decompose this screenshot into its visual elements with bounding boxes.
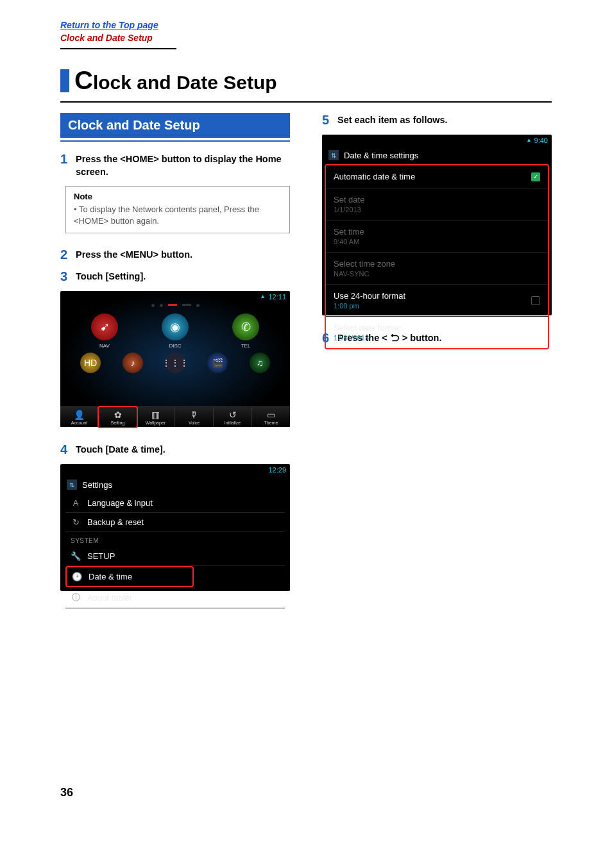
clock-icon: 🕑: [72, 572, 82, 581]
set-date-row[interactable]: Set date 1/1/2013: [326, 188, 548, 221]
row-label: Set date: [334, 195, 364, 204]
phone-icon: ✆: [232, 313, 259, 340]
note-title: Note: [74, 192, 282, 201]
step-4: 4 Touch [Date & time].: [60, 442, 290, 456]
step-5: 5 Set each item as follows.: [322, 113, 552, 127]
row-label: Date & time: [89, 572, 132, 581]
date-time-title: Date & time settings: [344, 151, 418, 160]
account-button[interactable]: 👤 Account: [60, 407, 99, 427]
setting-button[interactable]: ✿ Setting: [98, 406, 138, 428]
row-label: Select time zone: [334, 259, 395, 269]
info-icon: ⓘ: [71, 592, 81, 603]
date-time-row[interactable]: 🕑 Date & time: [65, 566, 194, 587]
apps-grid-icon[interactable]: ⋮⋮⋮: [165, 353, 185, 373]
settings-title: Settings: [82, 480, 112, 490]
about-tablet-row[interactable]: ⓘ About tablet: [65, 587, 285, 608]
page-title-rest: lock and Date Setup: [93, 72, 277, 93]
theme-button[interactable]: ▭ Theme: [252, 407, 290, 427]
bottom-label: Account: [71, 421, 87, 425]
bottom-label: Setting: [111, 421, 125, 425]
hd-icon[interactable]: HD: [80, 353, 101, 373]
settings-header[interactable]: ⇅ Settings: [60, 476, 290, 494]
title-accent-bar: [60, 69, 69, 92]
status-time: 12:11: [268, 293, 286, 301]
system-section-label: SYSTEM: [65, 532, 285, 547]
page-number: 36: [60, 786, 552, 799]
bottom-toolbar: 👤 Account ✿ Setting ▥ Wallpaper 🎙 Voice …: [60, 406, 290, 427]
checkbox-unchecked-icon[interactable]: [531, 296, 540, 305]
bottom-label: Voice: [189, 421, 200, 425]
use-24-hour-row[interactable]: Use 24-hour format 1:00 pm: [326, 285, 548, 317]
page-title: Clock and Date Setup: [60, 66, 552, 95]
theme-icon: ▭: [252, 410, 290, 420]
row-label: Select date format: [334, 323, 402, 333]
date-time-header[interactable]: ⇅ Date & time settings: [322, 146, 552, 164]
step-text: Touch [Setting].: [76, 269, 146, 283]
breadcrumb-current: Clock and Date Setup: [60, 32, 552, 45]
note-box: Note To display the Network contents pan…: [65, 186, 290, 233]
automatic-date-time-row[interactable]: Automatic date & time ✓: [326, 165, 548, 188]
row-label: About tablet: [87, 593, 132, 603]
row-label: Use 24-hour format: [334, 291, 405, 301]
step-text: Touch [Date & time].: [76, 442, 166, 456]
set-time-row[interactable]: Set time 9:40 AM: [326, 221, 548, 253]
checkbox-checked-icon[interactable]: ✓: [531, 172, 540, 181]
date-time-settings-screenshot: 9:40 ⇅ Date & time settings Automatic da…: [322, 135, 552, 315]
reset-icon: ↺: [214, 410, 251, 420]
settings-screenshot: 12:29 ⇅ Settings A Language & input ↻ Ba…: [60, 464, 290, 591]
step-number: 4: [60, 442, 72, 456]
step-number: 3: [60, 269, 72, 283]
back-icon: ⇅: [328, 150, 339, 160]
row-sublabel: NAV-SYNC: [334, 270, 395, 278]
breadcrumb-top-link[interactable]: Return to the Top page: [60, 19, 552, 32]
back-icon: ⇅: [67, 480, 77, 490]
icon-label: NAV: [85, 343, 124, 349]
status-time: 12:29: [268, 466, 286, 474]
step-1: 1 Press the <HOME> button to display the…: [60, 152, 290, 178]
backup-reset-row[interactable]: ↻ Backup & reset: [65, 513, 285, 532]
select-time-zone-row[interactable]: Select time zone NAV-SYNC: [326, 253, 548, 285]
compass-icon: ➹: [91, 313, 118, 340]
section-underline: [60, 140, 290, 142]
tuner-icon[interactable]: ♪: [123, 353, 143, 373]
step-number: 1: [60, 152, 72, 166]
person-icon: 👤: [60, 410, 98, 420]
step-number: 5: [322, 113, 334, 127]
step-number: 2: [60, 247, 72, 262]
row-sublabel: 9:40 AM: [334, 238, 364, 246]
initialize-button[interactable]: ↺ Initialize: [214, 407, 252, 427]
wifi-icon: [261, 293, 264, 301]
movie-icon[interactable]: 🎬: [207, 353, 228, 373]
step-3: 3 Touch [Setting].: [60, 269, 290, 283]
voice-button[interactable]: 🎙 Voice: [175, 407, 214, 427]
keyboard-icon: A: [71, 498, 81, 508]
mic-icon: 🎙: [175, 410, 213, 420]
wrench-icon: 🔧: [71, 551, 81, 561]
step-2: 2 Press the <MENU> button.: [60, 247, 290, 262]
wallpaper-button[interactable]: ▥ Wallpaper: [137, 407, 175, 427]
home-screen-screenshot: 12:11 ➹ NAV ◉ DISC ✆ TEL HD: [60, 291, 290, 427]
title-rule: [60, 101, 552, 103]
row-label: SETUP: [87, 551, 115, 561]
setup-row[interactable]: 🔧 SETUP: [65, 547, 285, 566]
nav-app-icon[interactable]: ➹ NAV: [85, 313, 124, 349]
row-sublabel: 12/31/2013: [334, 334, 402, 342]
language-input-row[interactable]: A Language & input: [65, 494, 285, 513]
select-date-format-row[interactable]: Select date format 12/31/2013: [326, 317, 548, 348]
disc-app-icon[interactable]: ◉ DISC: [156, 313, 194, 349]
music-icon[interactable]: ♫: [250, 353, 270, 373]
disc-icon: ◉: [162, 313, 189, 340]
step-text: Set each item as follows.: [337, 113, 448, 127]
gear-icon: ✿: [99, 410, 137, 420]
row-label: Automatic date & time: [334, 172, 415, 181]
section-header: Clock and Date Setup: [60, 113, 290, 138]
row-label: Backup & reset: [87, 517, 144, 527]
date-time-highlight-box: Automatic date & time ✓ Set date 1/1/201…: [325, 164, 549, 349]
row-sublabel: 1/1/2013: [334, 206, 364, 213]
step-text: Press the <HOME> button to display the H…: [76, 152, 290, 178]
row-label: Set time: [334, 227, 364, 237]
row-sublabel: 1:00 pm: [334, 302, 405, 310]
tel-app-icon[interactable]: ✆ TEL: [226, 313, 265, 349]
bottom-label: Theme: [264, 421, 278, 425]
page-title-first-letter: C: [74, 66, 93, 94]
